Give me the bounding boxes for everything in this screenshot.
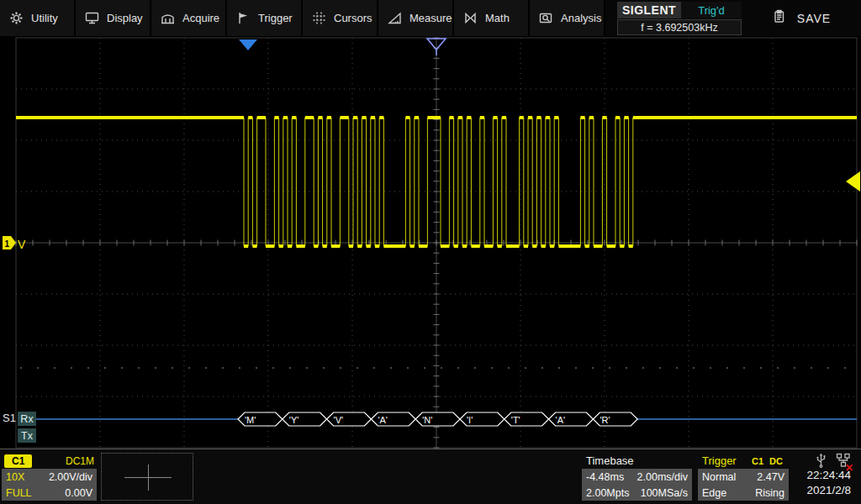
crosshair-icon: [148, 465, 149, 491]
inactive-trace-dot: [54, 367, 55, 369]
channel1-badge: C1: [4, 454, 32, 468]
timebase-delay: -4.48ms: [586, 471, 624, 483]
add-channel-placeholder[interactable]: [101, 453, 193, 501]
inactive-trace-dot: [256, 367, 257, 369]
channel1-probe: 10X: [6, 471, 24, 483]
channel1-coupling: DC1M: [66, 455, 94, 467]
channel1-offset: 0.00V: [65, 487, 92, 499]
timebase-panel[interactable]: Timebase -4.48ms 2.00ms/div 2.00Mpts 100…: [582, 453, 692, 501]
decode-bubble-label: 'A': [556, 415, 566, 425]
trigger-mode: Normal: [702, 471, 736, 483]
inactive-trace-dot: [357, 367, 358, 369]
inactive-trace-dot: [441, 367, 442, 369]
inactive-trace-dot: [659, 367, 661, 369]
inactive-trace-dot: [205, 367, 207, 369]
inactive-trace-dot: [726, 367, 728, 369]
waveform-display: 'M''Y''V''A''N''I''T''A''R'1V: [0, 0, 861, 504]
channel1-offset-label: 1: [5, 239, 10, 249]
inactive-trace-dot: [558, 367, 560, 369]
inactive-trace-dot: [525, 367, 526, 369]
inactive-trace-dot: [172, 367, 173, 369]
inactive-trace-dot: [87, 367, 89, 369]
inactive-trace-dot: [811, 367, 812, 369]
decode-rx-badge[interactable]: Rx: [18, 412, 36, 426]
inactive-trace-dot: [626, 367, 627, 369]
inactive-trace-dot: [642, 367, 644, 369]
inactive-trace-dot: [592, 367, 594, 369]
decode-bubble-label: 'R': [600, 415, 610, 425]
inactive-trace-dot: [710, 367, 711, 369]
trigger-title: Trigger: [702, 454, 737, 467]
inactive-trace-dot: [693, 367, 695, 369]
inactive-trace-dot: [340, 367, 341, 369]
inactive-trace-dot: [20, 367, 22, 369]
inactive-trace-dot: [575, 367, 577, 369]
decode-bubble-label: 'M': [245, 415, 256, 425]
inactive-trace-dot: [155, 367, 156, 369]
inactive-trace-dot: [508, 367, 510, 369]
channel1-scale: 2.00V/div: [49, 471, 92, 483]
inactive-trace-dot: [289, 367, 291, 369]
channel1-unit-label: V: [18, 238, 26, 251]
decode-bus-name: S1: [3, 412, 16, 424]
inactive-trace-dot: [222, 367, 224, 369]
trigger-type: Edge: [702, 487, 726, 499]
channel1-panel[interactable]: C1 DC1M 10X 2.00V/div FULL 0.00V: [2, 453, 97, 501]
inactive-trace-dot: [407, 367, 409, 369]
inactive-trace-dot: [609, 367, 610, 369]
inactive-trace-dot: [138, 367, 140, 369]
trigger-panel[interactable]: Trigger C1 DC Normal 2.47V Edge Rising: [698, 453, 789, 501]
inactive-trace-dot: [390, 367, 392, 369]
inactive-trace-dot: [272, 367, 274, 369]
inactive-trace-dot: [239, 367, 240, 369]
inactive-trace-dot: [37, 367, 39, 369]
inactive-trace-dot: [474, 367, 476, 369]
decode-bubble-label: 'T': [511, 415, 520, 425]
inactive-trace-dot: [306, 367, 308, 369]
inactive-trace-dot: [541, 367, 543, 369]
decode-bubble-label: 'V': [334, 415, 344, 425]
inactive-trace-dot: [71, 367, 72, 369]
inactive-trace-dot: [844, 367, 846, 369]
c1-trace-edges: [244, 118, 633, 246]
oscilloscope-screen: Utility Display Acquire Trigger: [0, 0, 861, 504]
inactive-trace-dot: [424, 367, 425, 369]
decode-bubble-label: 'A': [378, 415, 388, 425]
inactive-trace-dot: [777, 367, 779, 369]
trigger-delay-marker[interactable]: [239, 39, 257, 50]
timebase-title: Timebase: [582, 453, 692, 469]
inactive-trace-dot: [121, 367, 123, 369]
memory-depth: 2.00Mpts: [586, 487, 629, 499]
trigger-slope: Rising: [755, 487, 784, 499]
sample-rate: 100MSa/s: [641, 487, 688, 499]
inactive-trace-dot: [104, 367, 106, 369]
clock-date: 2021/2/8: [782, 483, 851, 498]
inactive-trace-dot: [794, 367, 795, 369]
status-bar: C1 DC1M 10X 2.00V/div FULL 0.00V Timebas…: [0, 449, 861, 504]
inactive-trace-dot: [323, 367, 325, 369]
inactive-trace-dot: [188, 367, 190, 369]
decode-tx-badge[interactable]: Tx: [18, 428, 36, 443]
timebase-scale: 2.00ms/div: [637, 471, 688, 483]
clock-time: 22:24:44: [782, 468, 851, 483]
trigger-coupling-badge: DC: [768, 456, 784, 466]
inactive-trace-dot: [457, 367, 459, 369]
inactive-trace-dot: [743, 367, 745, 369]
inactive-trace-dot: [491, 367, 493, 369]
inactive-trace-dot: [373, 367, 375, 369]
inactive-trace-dot: [827, 367, 829, 369]
decode-bubble-label: 'I': [467, 415, 473, 425]
channel1-bandwidth: FULL: [6, 487, 32, 499]
decode-bubble-label: 'N': [422, 415, 432, 425]
decode-bubble-label: 'Y': [289, 415, 299, 425]
trigger-level: 2.47V: [757, 471, 784, 483]
trigger-level-arrow[interactable]: [846, 171, 860, 192]
trigger-source-badge: C1: [750, 456, 765, 466]
inactive-trace-dot: [760, 367, 762, 369]
inactive-trace-dot: [676, 367, 678, 369]
